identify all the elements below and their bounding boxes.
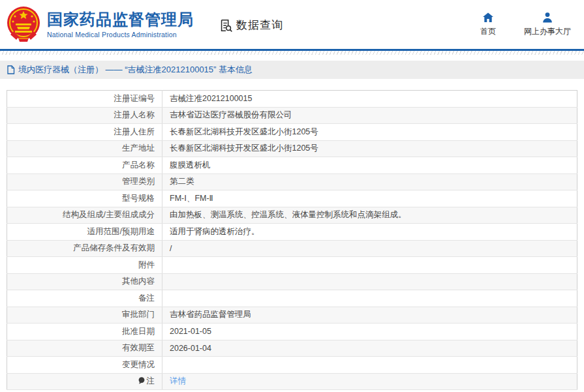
table-row: 备注 [7, 290, 577, 307]
registration-info-table: 注册证编号 吉械注准20212100015 注册人名称 吉林省迈达医疗器械股份有… [7, 90, 577, 390]
nav-service-hall-label: 网上办事大厅 [524, 26, 571, 37]
row-value: 2021-01-05 [162, 324, 577, 340]
table-row: 注册人名称 吉林省迈达医疗器械股份有限公司 [7, 107, 577, 124]
table-row: 其他内容 [7, 273, 577, 290]
hatch-stripe-band [0, 51, 584, 55]
table-row: 审批部门 吉林省药品监督管理局 [7, 307, 577, 324]
row-label-text: 产品储存条件及有效期 [73, 243, 155, 252]
row-label: 附件 [7, 257, 162, 274]
row-label-text: 适用范围/预期用途 [87, 227, 155, 236]
row-label: 注册人名称 [7, 107, 162, 124]
table-row: 注册人住所 长春新区北湖科技开发区盛北小街1205号 [7, 124, 577, 141]
row-label-text: 注册证编号 [114, 94, 155, 103]
row-value: / [162, 240, 577, 257]
row-value: 详情 [162, 373, 577, 390]
row-label: 其他内容 [7, 273, 162, 290]
table-row: 结构及组成/主要组成成分 由加热板、测温系统、控温系统、液体量控制系统和点滴架组… [7, 207, 577, 224]
row-label-text: 注册人名称 [114, 110, 155, 119]
row-value: 第二类 [162, 173, 577, 190]
row-label-text: 批准日期 [122, 327, 155, 336]
row-value [162, 273, 577, 290]
row-value: 2026-01-04 [162, 340, 577, 357]
row-value: 适用于肾病的透析治疗。 [162, 224, 577, 241]
national-emblem-logo [7, 6, 40, 44]
row-label: 注册证编号 [7, 91, 162, 108]
row-value: 由加热板、测温系统、控温系统、液体量控制系统和点滴架组成。 [162, 207, 577, 224]
row-label-text: 审批部门 [122, 310, 155, 319]
row-value: 腹膜透析机 [162, 157, 577, 174]
table-row: 注 详情 [7, 373, 577, 390]
row-label: 注 [7, 373, 162, 390]
row-label: 适用范围/预期用途 [7, 224, 162, 241]
row-label-text: 管理类别 [122, 177, 155, 186]
table-row: 注册证编号 吉械注准20212100015 [7, 91, 577, 108]
nav-home-label: 首页 [480, 26, 496, 37]
site-subtitle: National Medical Products Administration [47, 31, 194, 38]
row-label-text: 备注 [138, 294, 155, 303]
row-label: 注册人住所 [7, 124, 162, 141]
table-row: 生产地址 长春新区北湖科技开发区盛北小街1205号 [7, 140, 577, 157]
row-label-text: 注 [147, 376, 155, 385]
row-label-text: 其他内容 [122, 277, 155, 286]
site-brand: 国家药品监督管理局 National Medical Products Admi… [47, 10, 194, 38]
row-label: 备注 [7, 290, 162, 307]
row-value: 吉械注准20212100015 [162, 91, 577, 108]
row-label: 变更情况 [7, 357, 162, 374]
row-label: 产品储存条件及有效期 [7, 240, 162, 257]
breadcrumb: 境内医疗器械（注册） —— “吉械注准20212100015” 基本信息 [0, 61, 584, 79]
info-table-body: 注册证编号 吉械注准20212100015 注册人名称 吉林省迈达医疗器械股份有… [7, 91, 577, 390]
row-label-text: 型号规格 [122, 194, 155, 203]
row-value: FM-Ⅰ、FM-Ⅱ [162, 190, 577, 207]
row-label-text: 结构及组成/主要组成成分 [63, 210, 155, 219]
document-search-icon [219, 18, 233, 33]
row-label-text: 产品名称 [122, 160, 155, 170]
row-label-text: 附件 [138, 260, 155, 269]
row-value [162, 257, 577, 274]
row-value [162, 357, 577, 374]
row-label: 结构及组成/主要组成成分 [7, 207, 162, 224]
data-query-entry[interactable]: 数据查询 [219, 18, 283, 33]
row-value [162, 290, 577, 307]
row-label: 有效期至 [7, 340, 162, 357]
table-row: 适用范围/预期用途 适用于肾病的透析治疗。 [7, 224, 577, 241]
row-label: 管理类别 [7, 173, 162, 190]
row-label: 型号规格 [7, 190, 162, 207]
header-nav: 首页 网上办事大厅 [477, 12, 571, 37]
table-row: 管理类别 第二类 [7, 173, 577, 190]
note-icon [138, 377, 145, 384]
row-value: 吉林省药品监督管理局 [162, 307, 577, 324]
table-row: 附件 [7, 257, 577, 274]
site-title: 国家药品监督管理局 [47, 10, 194, 29]
site-header: 国家药品监督管理局 National Medical Products Admi… [0, 0, 584, 49]
row-label-text: 有效期至 [122, 343, 155, 352]
table-row: 批准日期 2021-01-05 [7, 324, 577, 340]
row-label: 生产地址 [7, 140, 162, 157]
row-value: 吉林省迈达医疗器械股份有限公司 [162, 107, 577, 124]
row-label-text: 变更情况 [122, 360, 155, 369]
table-row: 产品储存条件及有效期 / [7, 240, 577, 257]
row-label-text: 注册人住所 [114, 127, 155, 136]
row-label: 产品名称 [7, 157, 162, 174]
detail-link[interactable]: 详情 [170, 376, 186, 385]
row-label-text: 生产地址 [122, 143, 155, 153]
table-row: 变更情况 [7, 357, 577, 374]
home-icon [482, 12, 494, 23]
table-row: 产品名称 腹膜透析机 [7, 157, 577, 174]
row-label: 审批部门 [7, 307, 162, 324]
breadcrumb-text: 境内医疗器械（注册） —— “吉械注准20212100015” 基本信息 [18, 64, 253, 76]
row-label: 批准日期 [7, 324, 162, 340]
row-value: 长春新区北湖科技开发区盛北小街1205号 [162, 124, 577, 141]
page-icon [7, 65, 15, 74]
table-row: 型号规格 FM-Ⅰ、FM-Ⅱ [7, 190, 577, 207]
data-query-label: 数据查询 [236, 18, 283, 33]
table-row: 有效期至 2026-01-04 [7, 340, 577, 357]
person-icon [542, 12, 553, 23]
nav-home[interactable]: 首页 [477, 12, 499, 37]
nav-service-hall[interactable]: 网上办事大厅 [524, 12, 571, 37]
row-value: 长春新区北湖科技开发区盛北小街1205号 [162, 140, 577, 157]
